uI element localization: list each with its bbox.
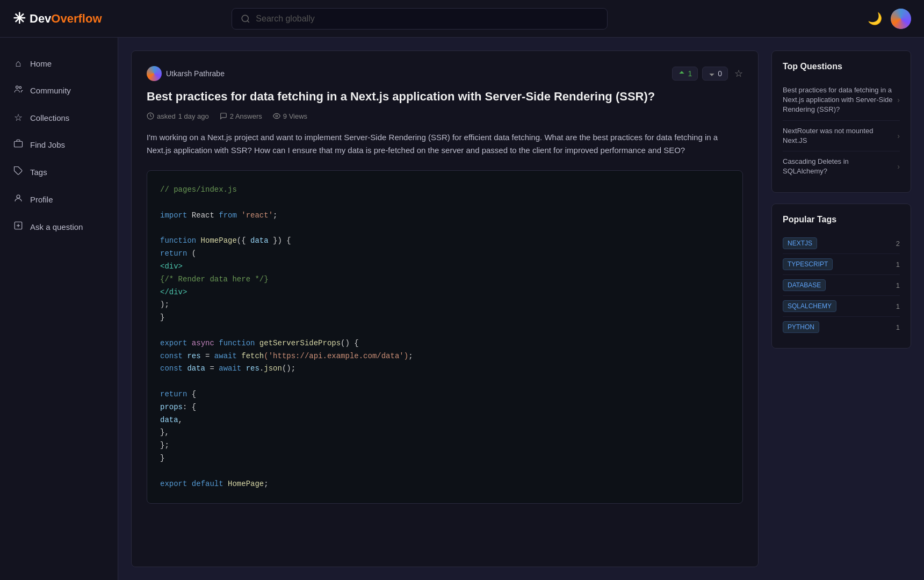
tag-item-3: SQLALCHEMY 1 (783, 296, 900, 317)
profile-icon (13, 193, 24, 206)
code-line-blank-1 (160, 197, 730, 209)
sidebar-label-find-jobs: Find Jobs (30, 140, 65, 149)
svg-line-1 (248, 20, 249, 22)
question-title: Best practices for data fetching in a Ne… (147, 89, 743, 105)
svg-point-2 (16, 86, 19, 89)
answers-stat: 2 Answers (220, 112, 262, 120)
code-line-div-open: <div> (160, 260, 730, 273)
sidebar-item-ask[interactable]: Ask a question (0, 213, 118, 241)
asked-time: 1 day ago (178, 112, 209, 120)
code-line-props-close: }, (160, 426, 730, 439)
eye-icon (273, 112, 280, 120)
code-line-props: props: { (160, 401, 730, 414)
tag-count-2: 1 (896, 281, 900, 289)
question-stats: asked 1 day ago 2 Answers 9 Views (147, 112, 743, 120)
author-avatar (147, 66, 162, 81)
search-bar[interactable]: Search globally (232, 8, 608, 30)
code-line-export-default: export default HomePage; (160, 478, 730, 491)
sidebar-label-profile: Profile (30, 195, 53, 204)
top-question-item-0[interactable]: Best practices for data fetching in a Ne… (783, 80, 900, 121)
search-icon (241, 14, 250, 24)
tag-badge-0[interactable]: NEXTJS (783, 237, 817, 249)
top-question-item-1[interactable]: NextRouter was not mounted Next.JS › (783, 121, 900, 151)
top-question-arrow-2: › (897, 162, 900, 171)
sidebar-label-tags: Tags (30, 168, 47, 177)
sidebar-item-community[interactable]: Community (0, 77, 118, 104)
top-question-arrow-1: › (897, 132, 900, 140)
code-line-const-res: const res = await fetch('https://api.exa… (160, 350, 730, 363)
community-icon (13, 84, 24, 97)
vote-up-button[interactable]: 1 (672, 67, 698, 81)
code-line-return-obj: return { (160, 388, 730, 401)
svg-point-11 (276, 115, 278, 117)
sidebar-item-collections[interactable]: ☆ Collections (0, 104, 118, 131)
sidebar-item-home[interactable]: ⌂ Home (0, 50, 118, 77)
code-line-import: import React from 'react'; (160, 209, 730, 222)
bookmark-button[interactable]: ☆ (734, 68, 743, 79)
ask-icon (13, 221, 24, 233)
code-line-render-comment: {/* Render data here */} (160, 273, 730, 286)
top-question-text-2: Cascading Deletes in SQLAlchemy? (783, 157, 893, 176)
main-content: Utkarsh Pathrabe 1 0 ☆ Best practices fo… (118, 38, 924, 580)
comment-icon (220, 112, 227, 120)
logo[interactable]: ✳ DevOverflow (13, 10, 102, 27)
upvote-icon (678, 70, 685, 77)
vote-up-count: 1 (688, 69, 692, 78)
right-sidebar: Top Questions Best practices for data fe… (771, 50, 911, 567)
tag-count-1: 1 (896, 260, 900, 269)
tag-item-4: PYTHON 1 (783, 317, 900, 337)
avatar[interactable] (891, 9, 911, 29)
tag-badge-3[interactable]: SQLALCHEMY (783, 300, 836, 312)
sidebar-item-find-jobs[interactable]: Find Jobs (0, 131, 118, 158)
tag-item-1: TYPESCRIPT 1 (783, 254, 900, 275)
header: ✳ DevOverflow Search globally 🌙 (0, 0, 924, 38)
jobs-icon (13, 139, 24, 151)
tag-count-0: 2 (896, 240, 900, 248)
theme-toggle-button[interactable]: 🌙 (868, 12, 882, 26)
code-line-1: // pages/index.js (160, 184, 730, 197)
tag-badge-4[interactable]: PYTHON (783, 321, 819, 333)
question-body: I'm working on a Next.js project and wan… (147, 131, 743, 158)
code-line-blank-4 (160, 375, 730, 388)
vote-area: 1 0 ☆ (672, 67, 743, 81)
code-line-div-close: </div> (160, 286, 730, 299)
code-line-blank-2 (160, 222, 730, 235)
tag-count-3: 1 (896, 302, 900, 310)
vote-down-button[interactable]: 0 (702, 67, 728, 81)
tag-badge-2[interactable]: DATABASE (783, 279, 826, 291)
sidebar-label-home: Home (30, 59, 52, 68)
code-line-blank-5 (160, 465, 730, 478)
svg-point-0 (242, 15, 249, 21)
asked-label: asked (157, 112, 176, 120)
logo-icon: ✳ (13, 10, 25, 27)
code-line-brace-close-2: } (160, 452, 730, 465)
tag-count-4: 1 (896, 323, 900, 331)
sidebar-item-tags[interactable]: Tags (0, 158, 118, 186)
views-count: 9 Views (283, 112, 307, 120)
tag-item-2: DATABASE 1 (783, 275, 900, 296)
question-content: Utkarsh Pathrabe 1 0 ☆ Best practices fo… (131, 50, 759, 567)
sidebar: ⌂ Home Community ☆ Collections Find Jobs… (0, 38, 118, 580)
author-name: Utkarsh Pathrabe (166, 69, 225, 78)
sidebar-label-community: Community (30, 86, 71, 95)
clock-icon (147, 112, 154, 120)
top-question-item-2[interactable]: Cascading Deletes in SQLAlchemy? › (783, 151, 900, 182)
sidebar-item-profile[interactable]: Profile (0, 186, 118, 213)
top-question-arrow-0: › (897, 96, 900, 104)
sidebar-label-ask: Ask a question (30, 222, 83, 231)
code-line-return-close: }; (160, 439, 730, 452)
sidebar-label-collections: Collections (30, 113, 69, 122)
answers-count: 2 Answers (230, 112, 262, 120)
top-question-text-1: NextRouter was not mounted Next.JS (783, 126, 893, 146)
svg-point-6 (17, 195, 20, 198)
tag-item-0: NEXTJS 2 (783, 233, 900, 254)
asked-stat: asked 1 day ago (147, 112, 209, 120)
avatar-image (891, 9, 911, 29)
home-icon: ⌂ (13, 58, 24, 69)
code-line-function: function HomePage({ data }) { (160, 235, 730, 248)
top-question-text-0: Best practices for data fetching in a Ne… (783, 85, 893, 115)
top-questions-section: Top Questions Best practices for data fe… (771, 50, 911, 193)
code-line-brace-close-1: } (160, 311, 730, 324)
tag-badge-1[interactable]: TYPESCRIPT (783, 258, 833, 270)
popular-tags-title: Popular Tags (783, 215, 900, 224)
